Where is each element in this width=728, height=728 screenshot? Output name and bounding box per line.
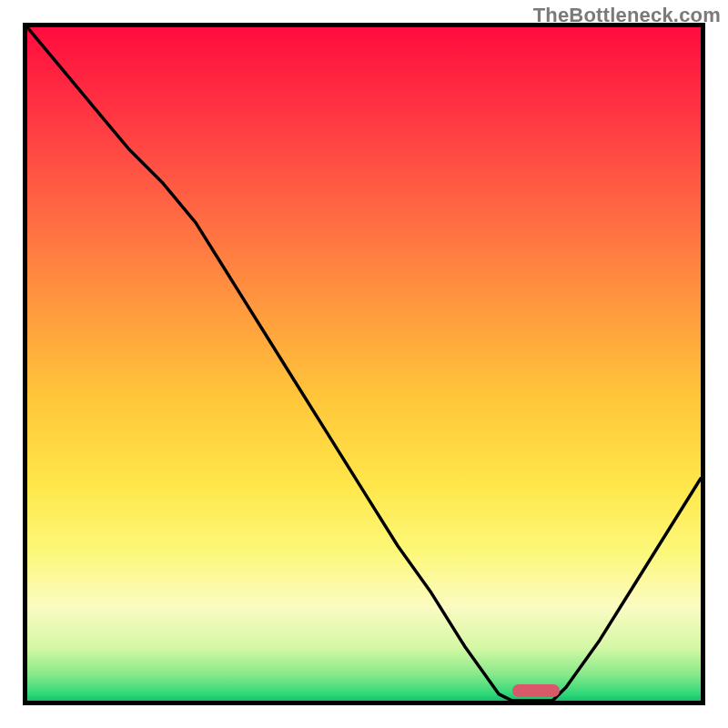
optimal-range-marker: [512, 684, 560, 697]
watermark-text: TheBottleneck.com: [533, 4, 721, 27]
bottleneck-chart: TheBottleneck.com: [0, 0, 728, 728]
plot-area: [23, 23, 705, 705]
bottleneck-curve: [27, 27, 701, 701]
